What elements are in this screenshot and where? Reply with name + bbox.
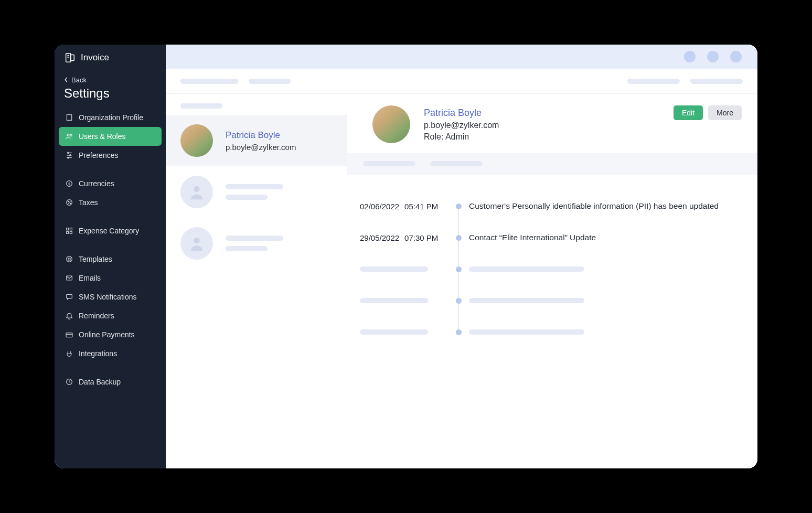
timeline-time: 05:41 PM [404,202,438,211]
nav-label: Emails [79,274,101,282]
user-row[interactable] [166,166,347,218]
svg-rect-1 [71,55,74,61]
nav-sms-notifications[interactable]: SMS Notifications [59,287,162,306]
timeline-text: Customer's Personally identifiable infor… [469,201,742,211]
detail-email: p.boyle@zylker.com [424,121,660,130]
timeline-item: 02/06/2022 05:41 PM Customer's Personall… [360,190,742,222]
nav-label: Currencies [79,179,114,188]
plug-icon [65,349,73,358]
user-name-placeholder [226,184,283,189]
chevron-left-icon [64,76,68,84]
building-icon [65,113,73,122]
nav-organization-profile[interactable]: Organization Profile [59,108,162,127]
detail-tabs [347,153,757,175]
timeline-dot-icon [456,298,462,304]
nav-emails[interactable]: Emails [59,269,162,287]
nav-label: Templates [79,255,112,263]
user-email-placeholder [226,246,268,251]
nav-label: SMS Notifications [79,293,136,301]
nav-integrations[interactable]: Integrations [59,344,162,363]
template-icon [65,255,73,263]
timeline-item-placeholder [360,285,742,316]
date-placeholder [360,329,428,335]
back-label: Back [71,76,87,84]
text-placeholder [469,266,584,272]
nav-preferences[interactable]: Preferences [59,146,162,165]
timeline-dot-icon [456,204,462,209]
avatar-placeholder [180,176,213,208]
user-row[interactable] [166,218,347,269]
percent-icon [65,198,73,207]
svg-point-34 [194,186,199,192]
timeline-dot-icon [456,235,462,241]
list-title-placeholder [180,103,222,109]
timeline-item-placeholder [360,253,742,285]
svg-point-21 [68,201,68,201]
svg-rect-25 [67,231,69,233]
timeline-text: Contact “Elite International” Update [469,233,742,242]
svg-text:$: $ [68,182,70,186]
svg-point-35 [194,238,199,243]
text-placeholder [469,298,584,303]
avatar-placeholder [180,227,213,260]
user-email: p.boyle@zylker.com [226,143,296,152]
topbar-action-2[interactable] [707,51,719,62]
timeline-dot-icon [456,329,462,335]
nav-online-payments[interactable]: Online Payments [59,325,162,344]
subheader [166,69,757,94]
timeline-date: 29/05/2022 [360,233,399,242]
timeline-item-placeholder [360,316,742,348]
detail-role: Role: Admin [424,132,660,142]
topbar-action-3[interactable] [730,51,742,62]
tab-placeholder[interactable] [430,161,483,166]
nav-label: Integrations [79,349,117,358]
nav-users-roles[interactable]: Users & Roles [59,127,162,146]
timeline-item: 29/05/2022 07:30 PM Contact “Elite Inter… [360,222,742,253]
svg-point-27 [67,256,72,262]
nav-label: Online Payments [79,330,135,339]
backup-icon [65,378,73,386]
sliders-icon [65,151,73,159]
nav-label: Users & Roles [79,132,125,141]
user-row-selected[interactable]: Patricia Boyle p.boyle@zylker.com [166,115,347,166]
back-link[interactable]: Back [55,71,166,84]
nav-expense-category[interactable]: Expense Category [59,221,162,240]
nav-reminders[interactable]: Reminders [59,306,162,325]
detail-name: Patricia Boyle [424,108,660,119]
nav-templates[interactable]: Templates [59,250,162,269]
topbar-action-1[interactable] [684,51,696,62]
nav-label: Taxes [79,198,98,207]
nav-taxes[interactable]: Taxes [59,193,162,212]
nav-currencies[interactable]: $ Currencies [59,174,162,193]
text-placeholder [469,329,584,335]
brand-label: Invoice [81,52,109,63]
timeline-time: 07:30 PM [404,233,438,242]
svg-point-10 [70,134,72,136]
nav-label: Organization Profile [79,113,143,122]
more-button[interactable]: More [708,105,742,120]
mail-icon [65,274,73,282]
content: Patricia Boyle p.boyle@zylker.com [166,94,757,468]
tab-placeholder[interactable] [363,161,415,166]
nav-data-backup[interactable]: Data Backup [59,372,162,391]
nav-label: Preferences [79,151,118,159]
settings-title: Settings [55,84,166,108]
nav-label: Reminders [79,312,114,320]
sidebar: Invoice Back Settings Organization Profi… [55,45,166,468]
user-name: Patricia Boyle [226,130,296,141]
svg-rect-31 [66,333,72,337]
user-name-placeholder [226,236,283,241]
avatar [180,124,213,157]
category-icon [65,227,73,235]
card-icon [65,330,73,339]
main: Patricia Boyle p.boyle@zylker.com [166,45,757,468]
date-placeholder [360,266,428,272]
svg-rect-0 [66,54,71,62]
svg-rect-23 [67,228,69,230]
breadcrumb-placeholder [249,79,291,84]
nav-label: Data Backup [79,378,121,386]
edit-button[interactable]: Edit [674,105,703,120]
nav-label: Expense Category [79,227,139,235]
currency-icon: $ [65,179,73,188]
timeline-date: 02/06/2022 [360,202,399,211]
